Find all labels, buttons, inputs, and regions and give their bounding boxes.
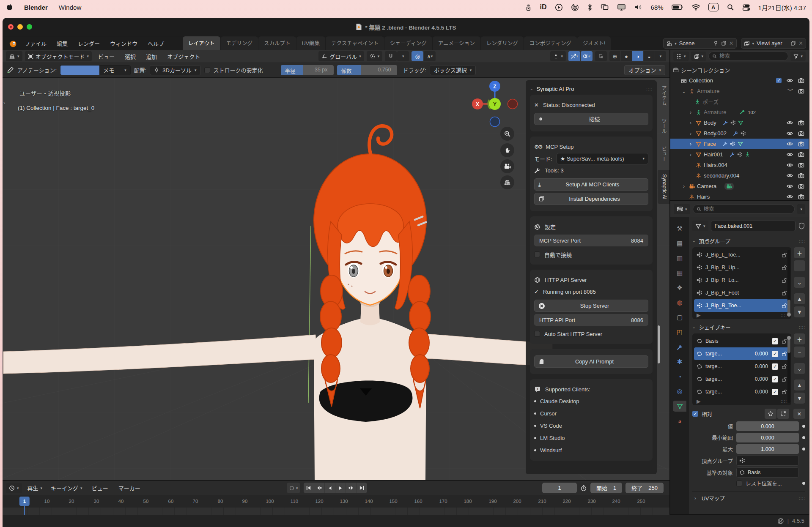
menu-window[interactable]: ウィンドウ — [106, 38, 142, 49]
input-source-icon[interactable]: A — [708, 3, 719, 11]
annotation-color-swatch[interactable] — [60, 66, 99, 75]
placement-dropdown[interactable]: 3Dカーソル▾ — [150, 65, 200, 75]
play-button[interactable] — [335, 483, 346, 493]
eye-icon[interactable] — [787, 130, 793, 137]
shapekey-mute-checkbox[interactable]: ✓ — [772, 351, 778, 357]
menu-add[interactable]: 追加 — [142, 51, 161, 62]
body-row[interactable]: › Body — [670, 117, 809, 128]
tab-particles[interactable]: ✱ — [673, 356, 686, 367]
tab-constraints[interactable]: ◎ — [673, 386, 686, 397]
shading-rendered-button[interactable]: ◒ — [644, 51, 655, 61]
end-frame-field[interactable]: 終了 250 — [625, 483, 664, 493]
radius-slider[interactable]: 半径 35 px — [281, 65, 334, 75]
shapekey-row-selected[interactable]: targe... 0.000 ✓ — [694, 347, 790, 360]
eye-closed-icon[interactable]: ︶ — [787, 87, 793, 95]
menu-render[interactable]: レンダー — [74, 38, 104, 49]
grid-ortho-button[interactable] — [500, 175, 514, 189]
camera-visibility-icon[interactable] — [798, 194, 804, 200]
blender-logo-icon[interactable] — [8, 39, 17, 48]
relative-checkbox[interactable]: ✓ — [692, 411, 698, 417]
apple-menu-icon[interactable] — [6, 3, 13, 11]
visibility-dropdown[interactable]: ▾ — [550, 51, 566, 61]
zoom-button[interactable] — [500, 127, 514, 141]
snap-dropdown[interactable]: ▾ — [397, 51, 409, 61]
lock-open-icon[interactable] — [781, 265, 787, 270]
eye-icon[interactable] — [787, 141, 793, 147]
animate-dot[interactable] — [802, 425, 805, 428]
properties-editor-type-button[interactable]: ▾ — [674, 204, 690, 214]
bluetooth-icon[interactable] — [587, 3, 593, 11]
tab-geometry-nodes[interactable]: ジオメト! — [577, 36, 611, 50]
annotation-color-group[interactable]: メモ▾ — [60, 65, 131, 75]
new-scene-icon[interactable] — [721, 41, 727, 46]
spotlight-icon[interactable] — [727, 3, 734, 11]
timeline-editor-type-button[interactable]: ▾ — [6, 483, 22, 493]
panel-grip[interactable]: :::: — [799, 496, 805, 500]
marker-menu[interactable]: マーカー — [115, 483, 144, 493]
eye-icon[interactable] — [787, 151, 793, 158]
camera-visibility-icon[interactable] — [798, 162, 804, 168]
pivot-point-dropdown[interactable]: ▾ — [367, 51, 383, 61]
shapekey-move-up-button[interactable]: ▲ — [794, 380, 805, 390]
animate-dot[interactable] — [802, 448, 805, 451]
camera-visibility-icon[interactable] — [798, 183, 804, 189]
basis-field[interactable]: Basis — [736, 467, 799, 478]
copy-ai-prompt-button[interactable]: Copy AI Prompt — [534, 355, 648, 368]
hairs004-row[interactable]: Hairs.004 — [670, 160, 809, 170]
editor-type-button[interactable]: ▾ — [6, 51, 22, 61]
tab-modifiers[interactable] — [673, 341, 686, 352]
panel-grip[interactable]: :::: — [799, 239, 805, 243]
camera-visibility-icon[interactable] — [798, 120, 804, 126]
secondary004-row[interactable]: secondary.004 — [670, 170, 809, 181]
display-icon[interactable] — [617, 3, 626, 11]
auto-keyframe-toggle[interactable]: ▾ — [287, 483, 300, 493]
shapekey-row[interactable]: Basis ✓ — [694, 335, 790, 347]
properties-search[interactable] — [693, 205, 795, 214]
new-viewlayer-icon[interactable] — [790, 41, 796, 46]
tab-collection[interactable]: ▢ — [673, 312, 686, 323]
delete-viewlayer-icon[interactable]: ✕ — [798, 40, 803, 46]
camera-visibility-icon[interactable] — [798, 130, 804, 137]
camera-visibility-icon[interactable] — [798, 151, 804, 158]
sidebar-expand-icon[interactable]: › — [3, 100, 5, 106]
factor-slider[interactable]: 係数 0.750 — [337, 65, 397, 75]
show-overlays-toggle[interactable]: ▾ — [581, 51, 593, 61]
pose-row[interactable]: ポーズ — [670, 96, 809, 107]
menu-edit[interactable]: 編集 — [52, 38, 72, 49]
id-status-icon[interactable]: iD — [540, 3, 547, 11]
lock-open-icon[interactable] — [781, 290, 787, 296]
shapekey-mute-checkbox[interactable]: ✓ — [772, 376, 778, 382]
vgroup-move-up-button[interactable]: ▲ — [794, 293, 805, 304]
remove-vgroup-button[interactable]: − — [794, 260, 805, 271]
jump-to-end-button[interactable] — [357, 483, 367, 493]
playhead[interactable] — [24, 504, 25, 515]
tab-scene[interactable]: ❖ — [673, 282, 686, 293]
collection-row[interactable]: Collection ✓ — [670, 75, 809, 86]
menubar-app-name[interactable]: Blender — [24, 4, 48, 11]
options-dropdown[interactable]: オプション▾ — [624, 65, 665, 75]
camera-visibility-icon[interactable] — [798, 88, 804, 94]
eye-icon[interactable] — [787, 120, 793, 126]
tab-physics[interactable]: ◔ — [673, 371, 686, 382]
range-min-field[interactable]: 0.000 — [736, 433, 799, 442]
shading-wireframe-button[interactable]: ⊕ — [609, 51, 620, 61]
timeline-ruler[interactable]: 1102030405060708090100110120130140150160… — [3, 495, 669, 508]
armature-object-row[interactable]: ⌄ Armature ︶ — [670, 86, 809, 96]
camera-visibility-icon[interactable] — [798, 77, 804, 84]
menu-file[interactable]: ファイル — [20, 38, 51, 49]
shapekey-move-down-button[interactable]: ▼ — [794, 393, 805, 404]
shapekey-mute-checkbox[interactable]: ✓ — [772, 363, 778, 370]
panel-grip[interactable]: :::: — [646, 87, 653, 91]
stop-server-button[interactable]: Stop Server — [534, 300, 648, 312]
pin-icon[interactable] — [713, 41, 719, 46]
menu-view[interactable]: ビュー — [94, 51, 118, 62]
next-keyframe-button[interactable] — [346, 483, 357, 493]
setup-all-mcp-button[interactable]: ⤓ Setup All MCP Clients — [534, 178, 648, 191]
list-expand-icon[interactable]: ▶ — [697, 398, 701, 404]
shading-solid-button[interactable]: ● — [621, 51, 632, 61]
tab-output[interactable]: ▥ — [673, 253, 686, 264]
snap-toggle[interactable] — [385, 51, 397, 61]
expand-icon[interactable]: › — [692, 495, 698, 501]
auto-start-checkbox[interactable] — [534, 331, 540, 337]
camera-visibility-icon[interactable] — [798, 141, 804, 147]
